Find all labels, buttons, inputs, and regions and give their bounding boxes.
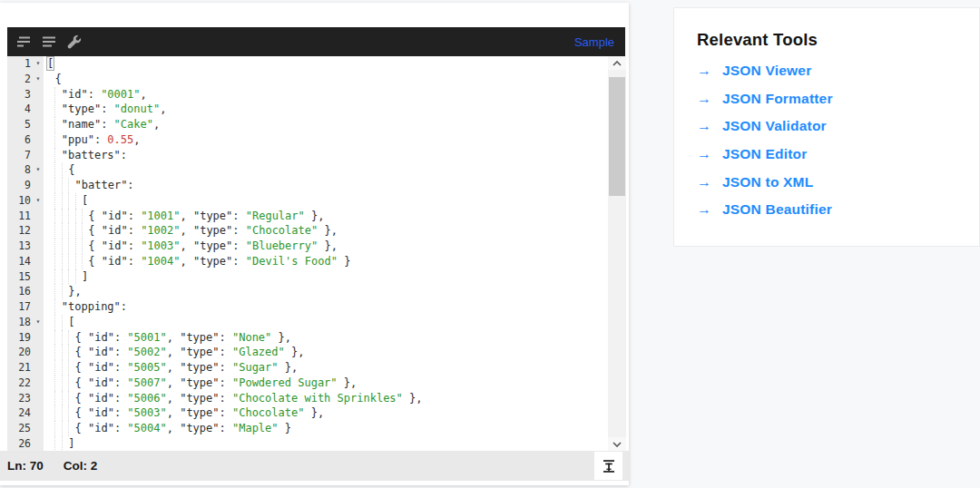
code-token: { "id": (75, 422, 128, 434)
tool-link-json-to-xml[interactable]: → JSON to XML (697, 168, 979, 196)
scroll-down-icon[interactable] (608, 437, 626, 451)
code-line[interactable]: "ppu": 0.55, (47, 132, 608, 148)
gutter-line: 13 (7, 239, 44, 254)
gutter-line: 22 (7, 376, 44, 391)
gutter-line: 9 (7, 178, 44, 193)
fold-toggle-icon[interactable]: ▾ (33, 193, 44, 209)
code-token: "batters": (62, 149, 127, 161)
compact-lines-icon[interactable] (40, 34, 56, 49)
code-line[interactable]: [ (47, 56, 608, 72)
code-token: , "type": (167, 422, 232, 434)
line-number: 25 (7, 421, 33, 436)
wrench-icon[interactable] (65, 34, 82, 49)
fold-toggle-icon[interactable]: ▾ (33, 72, 44, 87)
code-token: , (141, 88, 147, 101)
tool-link-json-editor[interactable]: → JSON Editor (697, 141, 979, 169)
code-line[interactable]: "batter": (47, 178, 608, 193)
code-line[interactable]: { "id": "5003", "type": "Chocolate" }, (47, 405, 608, 421)
code-line[interactable]: "type": "donut", (47, 102, 608, 117)
indent-guide (54, 421, 61, 436)
code-line[interactable]: [ (47, 193, 608, 209)
code-token: "id": (62, 88, 101, 101)
fold-toggle-icon[interactable]: ▾ (33, 162, 44, 178)
code-line[interactable]: { "id": "1001", "type": "Regular" }, (47, 209, 608, 224)
code-token: { (54, 73, 61, 85)
fold-toggle-icon[interactable]: ▾ (33, 315, 44, 330)
indent-guide (68, 421, 74, 436)
code-line[interactable]: { "id": "5004", "type": "Maple" } (47, 421, 608, 436)
arrow-right-icon: → (697, 146, 722, 162)
code-line[interactable]: "name": "Cake", (47, 117, 608, 132)
format-indent-icon[interactable] (15, 34, 31, 49)
code-line[interactable]: ] (47, 436, 608, 451)
gutter-line: 11 (7, 209, 44, 224)
code-line[interactable]: { (47, 162, 608, 178)
indent-guide (75, 254, 82, 269)
code-line[interactable]: { "id": "1002", "type": "Chocolate" }, (47, 223, 608, 239)
code-line[interactable]: { (47, 72, 608, 87)
fold-spacer (33, 284, 44, 299)
indent-guide (68, 360, 74, 376)
code-token: "type": (62, 102, 114, 115)
indent-guide (68, 405, 74, 421)
code-token: "Sugar" (232, 361, 279, 374)
indent-guide (47, 421, 54, 436)
sample-link[interactable]: Sample (574, 35, 614, 49)
expand-editor-button[interactable] (594, 452, 622, 480)
indent-guide (68, 254, 74, 269)
code-line[interactable]: { "id": "5007", "type": "Powdered Sugar"… (47, 376, 608, 391)
code-line[interactable]: "batters": (47, 148, 608, 163)
fold-spacer (33, 330, 44, 346)
editor-body: 1▾2▾345678▾910▾1112131415161718▾19202122… (7, 56, 626, 451)
code-token: "topping": (62, 300, 127, 313)
code-line[interactable]: { "id": "5002", "type": "Glazed" }, (47, 345, 608, 360)
indent-guide (54, 345, 61, 360)
code-line[interactable]: ] (47, 269, 608, 285)
tool-link-json-validator[interactable]: → JSON Validator (697, 112, 979, 141)
code-token: "5002" (127, 346, 166, 358)
tool-link-json-beautifier[interactable]: → JSON Beautifier (697, 196, 979, 224)
scroll-up-icon[interactable] (608, 56, 626, 70)
vertical-scrollbar[interactable] (608, 56, 626, 451)
line-number: 24 (7, 405, 33, 421)
code-line[interactable]: "id": "0001", (47, 87, 608, 102)
fold-spacer (33, 102, 44, 117)
indent-guide (47, 315, 54, 330)
code-token: } (279, 422, 291, 434)
code-token: }, (338, 376, 358, 389)
code-token: }, (279, 361, 299, 374)
code-area[interactable]: [{"id": "0001","type": "donut","name": "… (44, 56, 608, 451)
indent-guide (68, 193, 74, 209)
code-line[interactable]: }, (47, 284, 608, 299)
code-token: ] (68, 437, 74, 450)
code-line[interactable]: { "id": "1004", "type": "Devil's Food" } (47, 254, 608, 269)
gutter-line: 7 (7, 148, 44, 163)
indent-guide (54, 117, 61, 132)
code-token: { "id": (88, 255, 141, 268)
gutter-line: 26 (7, 436, 44, 451)
indent-guide (54, 405, 61, 421)
code-line[interactable]: { "id": "5006", "type": "Chocolate with … (47, 391, 608, 406)
fold-toggle-icon[interactable]: ▾ (33, 56, 44, 72)
code-line[interactable]: { "id": "1003", "type": "Blueberry" }, (47, 239, 608, 254)
code-token: "5007" (127, 376, 166, 389)
indent-guide (62, 376, 68, 391)
tool-link-json-viewer[interactable]: → JSON Viewer (697, 57, 979, 85)
gutter-line: 17 (7, 299, 44, 315)
indent-guide (54, 209, 61, 224)
code-line[interactable]: "topping": (47, 299, 608, 315)
indent-guide (47, 132, 54, 148)
indent-guide (54, 87, 61, 102)
tool-link-json-formatter[interactable]: → JSON Formatter (697, 85, 979, 113)
tool-link-label: JSON Formatter (722, 91, 833, 107)
arrow-right-icon: → (697, 63, 722, 79)
code-line[interactable]: [ (47, 315, 608, 330)
code-line[interactable]: { "id": "5001", "type": "None" }, (47, 330, 608, 346)
code-line[interactable]: { "id": "5005", "type": "Sugar" }, (47, 360, 608, 376)
scrollbar-thumb[interactable] (609, 77, 625, 196)
fold-spacer (33, 299, 44, 315)
indent-guide (54, 132, 61, 148)
gutter-line: 10▾ (7, 193, 44, 209)
line-number: 7 (7, 148, 33, 163)
indent-guide (68, 178, 74, 193)
